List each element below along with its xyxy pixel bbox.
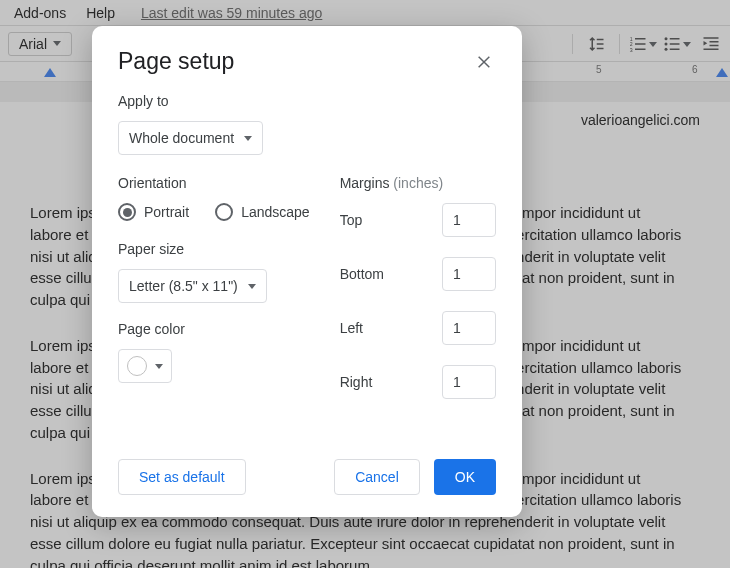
apply-to-label: Apply to [118,93,496,109]
margin-left-input[interactable] [442,311,496,345]
dialog-title: Page setup [118,48,234,75]
page-color-label: Page color [118,321,310,337]
page-setup-dialog: Page setup Apply to Whole document Orien… [92,26,522,517]
margin-right-input[interactable] [442,365,496,399]
paper-size-label: Paper size [118,241,310,257]
margin-left-label: Left [340,320,363,336]
landscape-radio[interactable] [215,203,233,221]
cancel-button[interactable]: Cancel [334,459,420,495]
margin-bottom-label: Bottom [340,266,384,282]
color-swatch-icon [127,356,147,376]
page-color-select[interactable] [118,349,172,383]
landscape-radio-label: Landscape [241,204,310,220]
close-icon[interactable] [472,50,496,74]
apply-to-value: Whole document [129,130,234,146]
margins-label: Margins (inches) [340,175,496,191]
portrait-radio[interactable] [118,203,136,221]
set-as-default-button[interactable]: Set as default [118,459,246,495]
chevron-down-icon [244,136,252,141]
apply-to-select[interactable]: Whole document [118,121,263,155]
margin-right-label: Right [340,374,373,390]
orientation-label: Orientation [118,175,310,191]
chevron-down-icon [248,284,256,289]
chevron-down-icon [155,364,163,369]
ok-button[interactable]: OK [434,459,496,495]
margin-top-label: Top [340,212,363,228]
margin-top-input[interactable] [442,203,496,237]
paper-size-value: Letter (8.5" x 11") [129,278,238,294]
portrait-radio-label: Portrait [144,204,189,220]
margin-bottom-input[interactable] [442,257,496,291]
paper-size-select[interactable]: Letter (8.5" x 11") [118,269,267,303]
